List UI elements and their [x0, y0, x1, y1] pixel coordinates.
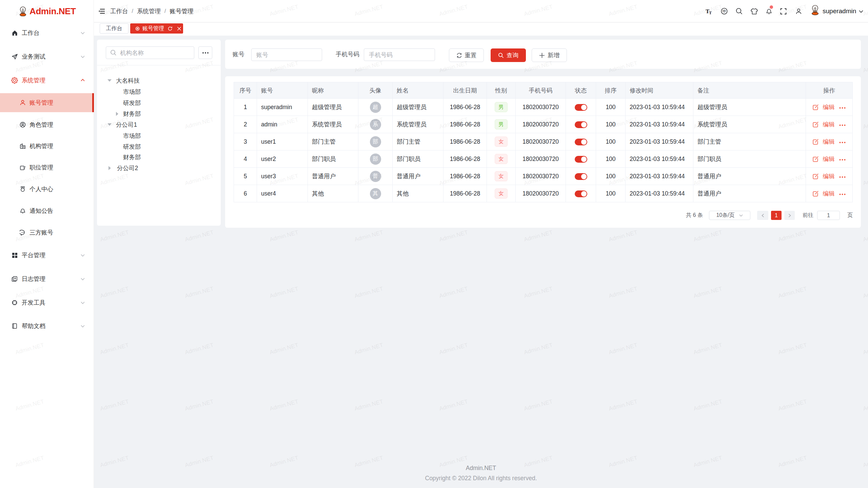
svg-text:Admin.NET: Admin.NET [608, 398, 638, 412]
svg-text:Admin.NET: Admin.NET [523, 398, 553, 412]
svg-text:Admin.NET: Admin.NET [354, 229, 384, 243]
svg-text:Admin.NET: Admin.NET [693, 342, 723, 356]
svg-text:T: T [709, 11, 712, 15]
svg-text:Admin.NET: Admin.NET [354, 285, 384, 299]
svg-text:Admin.NET: Admin.NET [862, 60, 868, 74]
svg-text:Admin.NET: Admin.NET [99, 229, 130, 243]
svg-text:Admin.NET: Admin.NET [608, 229, 638, 243]
svg-text:Admin.NET: Admin.NET [777, 398, 808, 412]
svg-text:Admin.NET: Admin.NET [269, 285, 299, 299]
svg-text:Admin.NET: Admin.NET [777, 285, 808, 299]
svg-text:Admin.NET: Admin.NET [269, 342, 299, 356]
svg-text:Admin.NET: Admin.NET [99, 285, 130, 299]
svg-text:Admin.NET: Admin.NET [269, 398, 299, 412]
svg-text:中: 中 [722, 9, 726, 13]
svg-text:Admin.NET: Admin.NET [99, 398, 130, 412]
svg-text:Admin.NET: Admin.NET [523, 285, 553, 299]
svg-text:Admin.NET: Admin.NET [862, 116, 868, 130]
svg-text:Admin.NET: Admin.NET [862, 342, 868, 356]
svg-text:Admin.NET: Admin.NET [693, 229, 723, 243]
svg-text:Admin.NET: Admin.NET [99, 342, 130, 356]
svg-text:Admin.NET: Admin.NET [354, 342, 384, 356]
svg-text:Admin.NET: Admin.NET [862, 229, 868, 243]
svg-text:Admin.NET: Admin.NET [184, 285, 214, 299]
svg-text:Admin.NET: Admin.NET [184, 229, 214, 243]
svg-text:Admin.NET: Admin.NET [862, 172, 868, 186]
svg-text:Admin.NET: Admin.NET [693, 398, 723, 412]
svg-text:Admin.NET: Admin.NET [438, 229, 469, 243]
svg-text:Admin.NET: Admin.NET [777, 342, 808, 356]
svg-text:Admin.NET: Admin.NET [862, 398, 868, 412]
svg-text:Admin.NET: Admin.NET [438, 398, 469, 412]
svg-text:Admin.NET: Admin.NET [608, 285, 638, 299]
svg-text:Admin.NET: Admin.NET [438, 342, 469, 356]
svg-text:Admin.NET: Admin.NET [438, 285, 469, 299]
svg-text:Admin.NET: Admin.NET [523, 229, 553, 243]
svg-text:Admin.NET: Admin.NET [523, 342, 553, 356]
svg-text:Admin.NET: Admin.NET [354, 398, 384, 412]
svg-text:Admin.NET: Admin.NET [269, 229, 299, 243]
svg-text:Admin.NET: Admin.NET [184, 398, 214, 412]
svg-text:Admin.NET: Admin.NET [184, 342, 214, 356]
svg-text:Admin.NET: Admin.NET [777, 229, 808, 243]
svg-text:Admin.NET: Admin.NET [693, 285, 723, 299]
svg-text:Admin.NET: Admin.NET [608, 342, 638, 356]
svg-text:Admin.NET: Admin.NET [862, 285, 868, 299]
